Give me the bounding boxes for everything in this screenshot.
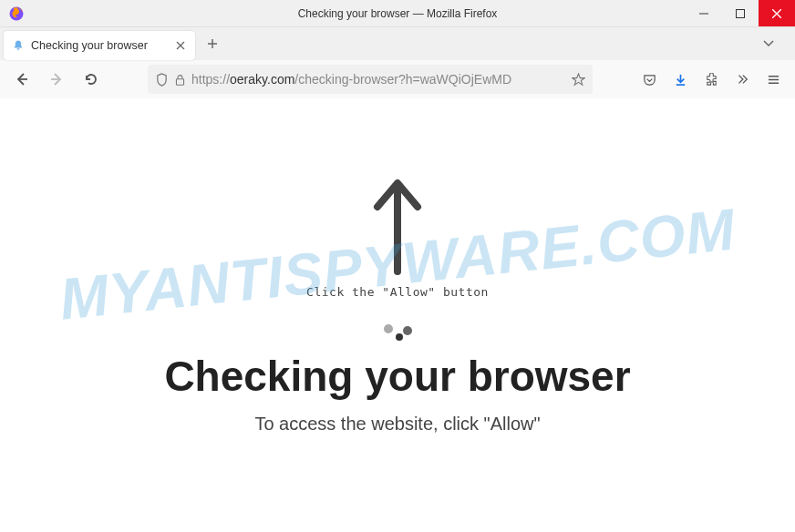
new-tab-button[interactable]	[199, 30, 226, 57]
url-bar[interactable]: https://oeraky.com/checking-browser?h=wa…	[148, 65, 593, 94]
navigation-toolbar: https://oeraky.com/checking-browser?h=wa…	[0, 60, 795, 98]
arrow-up-icon	[370, 176, 425, 276]
page-content: Click the "Allow" button Checking your b…	[0, 98, 795, 532]
tab-close-icon[interactable]	[173, 38, 188, 53]
toolbar-right	[635, 65, 788, 94]
reload-button[interactable]	[77, 65, 106, 94]
downloads-button[interactable]	[666, 65, 695, 94]
window-title: Checking your browser — Mozilla Firefox	[298, 7, 498, 20]
window-titlebar: Checking your browser — Mozilla Firefox	[0, 0, 795, 27]
bookmark-star-icon[interactable]	[572, 73, 585, 87]
maximize-button[interactable]	[722, 0, 759, 26]
page-subheading: To access the website, click "Allow"	[254, 414, 540, 435]
tab-title: Checking your browser	[31, 39, 168, 52]
svg-rect-11	[176, 78, 183, 85]
tab-bar: Checking your browser	[0, 27, 795, 60]
page-heading: Checking your browser	[164, 352, 630, 401]
loading-spinner-icon	[379, 322, 416, 344]
tab-active[interactable]: Checking your browser	[4, 31, 195, 60]
extensions-button[interactable]	[697, 65, 726, 94]
click-allow-text: Click the "Allow" button	[306, 285, 489, 299]
forward-button[interactable]	[42, 65, 71, 94]
svg-rect-2	[737, 9, 745, 17]
window-controls	[686, 0, 795, 26]
pocket-button[interactable]	[635, 65, 664, 94]
list-all-tabs-button[interactable]	[755, 30, 782, 57]
minimize-button[interactable]	[686, 0, 722, 26]
firefox-logo-icon	[7, 5, 26, 23]
hamburger-menu-button[interactable]	[759, 65, 788, 94]
notification-icon	[11, 38, 26, 53]
back-button[interactable]	[7, 65, 36, 94]
overflow-button[interactable]	[728, 65, 757, 94]
close-button[interactable]	[759, 0, 795, 26]
lock-icon[interactable]	[174, 74, 186, 86]
url-text: https://oeraky.com/checking-browser?h=wa…	[191, 72, 566, 87]
shield-icon[interactable]	[155, 73, 169, 87]
